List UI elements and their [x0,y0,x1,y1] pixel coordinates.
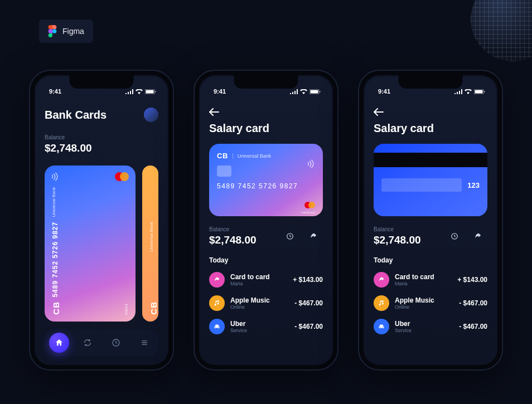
screen-salary-front: 9:41 Salary card CB Universal Bank [200,76,332,364]
history-icon [112,338,120,347]
bottom-nav [45,329,158,356]
tx-title: Apple Music [230,296,289,304]
decorative-sphere [471,0,532,61]
card2-cb: CB [149,301,158,315]
tx-title: Apple Music [395,296,453,304]
history-button[interactable] [445,228,464,245]
transaction-row[interactable]: Apple Music Online - $467.00 [374,295,487,311]
svg-rect-10 [484,91,485,93]
phone-stage: 9:41 Bank Cards Balance $2,748.00 [0,70,532,371]
tx-amount: - $467.00 [294,323,323,330]
transaction-row[interactable]: Uber Service - $467.00 [209,319,323,334]
card-number: 5489 7452 5726 9827 [51,222,59,298]
page-title: Bank Cards [45,109,107,121]
tx-icon-music [209,295,225,311]
balance-label: Balance [209,226,257,232]
phone-1: 9:41 Bank Cards Balance $2,748.00 [29,70,174,371]
mastercard-logo [304,202,315,208]
tx-sub: Online [230,304,289,310]
mastercard-logo [115,172,129,181]
tx-sub: Service [395,328,453,333]
avatar[interactable] [144,108,158,122]
back-button[interactable] [374,105,387,119]
back-button[interactable] [209,105,223,119]
tx-title: Card to card [230,273,287,281]
balance-label: Balance [374,226,421,232]
share-button[interactable] [468,228,487,245]
transaction-row[interactable]: Card to card Maria + $143.00 [209,272,323,288]
music-icon [214,300,220,306]
wifi-icon [136,89,143,94]
svg-rect-1 [146,90,154,93]
wifi-icon [300,89,307,94]
card2-bank: Universal Bank [149,222,154,252]
screen-salary-back: 9:41 Salary card 123 [365,76,496,364]
card-cb: CB [217,152,228,160]
card-front[interactable]: CB Universal Bank 5489 7452 5726 9827 ma… [209,144,323,216]
card-cb: CB [51,301,61,315]
share-button[interactable] [304,228,323,245]
tx-amount: - $467.00 [294,299,323,307]
section-today: Today [209,256,323,264]
tx-icon-send [209,272,225,288]
nav-home[interactable] [49,333,69,353]
tx-icon-car [209,319,225,334]
nfc-icon [307,159,315,170]
balance-block: Balance $2,748.00 [45,134,158,154]
card-actions [445,228,487,245]
tx-sub: Service [230,328,289,333]
tx-sub: Maria [395,281,452,286]
tx-sub: Online [395,304,453,310]
phone-2: 9:41 Salary card CB Universal Bank [194,70,338,371]
menu-icon [140,338,149,347]
car-icon [378,323,385,330]
car-icon [214,323,220,330]
figma-icon [48,25,57,37]
screen-bank-cards: 9:41 Bank Cards Balance $2,748.00 [36,76,167,364]
notch [70,75,134,89]
magnetic-stripe [374,153,487,167]
chip-icon [217,166,231,177]
phone-3: 9:41 Salary card 123 [358,70,503,371]
section-today: Today [374,256,487,264]
status-icons [454,89,485,94]
card-brand: mastercard [301,211,315,214]
tx-icon-car [374,319,389,334]
card-primary[interactable]: 5489 7452 5726 9827 Universal Bank CB 04… [45,166,136,322]
battery-icon [309,89,321,94]
page-title: Salary card [209,122,323,135]
transaction-row[interactable]: Apple Music Online - $467.00 [209,295,323,311]
balance-amount: $2,748.00 [374,234,421,246]
balance-block: Balance $2,748.00 [374,226,421,246]
status-icons [125,89,156,94]
share-icon [474,232,482,240]
card-back[interactable]: 123 [374,144,487,216]
music-icon [378,300,385,306]
battery-icon [474,89,485,94]
transaction-row[interactable]: Card to card Maria + $143.00 [374,272,487,288]
nfc-icon [51,172,59,183]
transaction-row[interactable]: Uber Service - $467.00 [374,319,487,334]
history-icon [286,232,294,240]
card-carousel[interactable]: 5489 7452 5726 9827 Universal Bank CB 04… [45,166,158,322]
svg-rect-2 [155,91,156,93]
history-button[interactable] [280,228,299,245]
page-title: Salary card [374,122,487,135]
card-expiry: 04/24 [124,304,129,315]
signature-panel [381,178,462,192]
balance-label: Balance [45,134,158,140]
refresh-icon [83,338,92,347]
nav-refresh[interactable] [78,333,98,353]
home-icon [55,338,64,347]
wifi-icon [465,89,472,94]
notch [234,75,298,89]
status-time: 9:41 [214,88,226,95]
status-time: 9:41 [49,88,61,95]
nav-menu[interactable] [134,333,154,353]
nav-history[interactable] [106,333,126,353]
card-secondary[interactable]: Universal Bank CB [142,166,159,322]
figma-label: Figma [62,27,84,36]
tx-amount: + $143.00 [457,276,487,284]
tx-title: Uber [230,320,289,328]
card-number: 5489 7452 5726 9827 [217,182,315,190]
